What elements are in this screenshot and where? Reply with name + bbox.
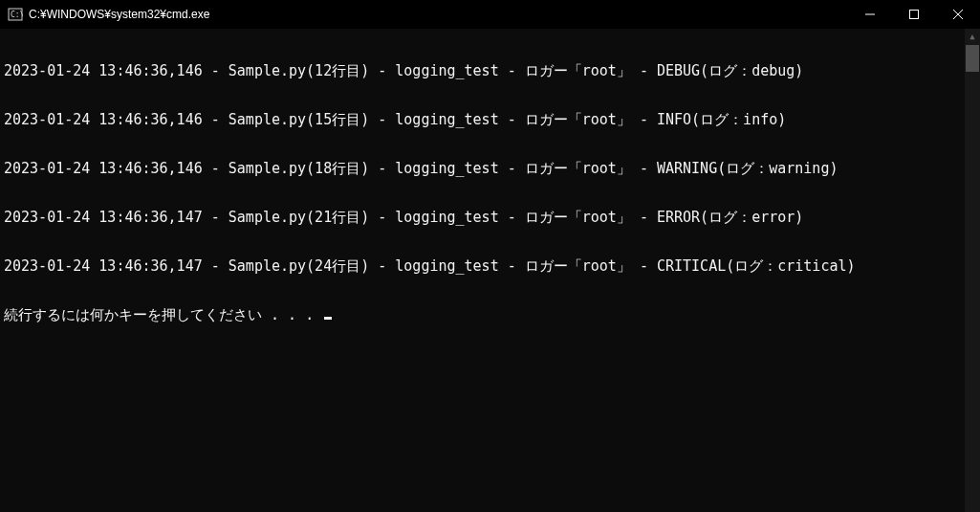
cursor: [324, 317, 332, 320]
vertical-scrollbar[interactable]: ▲: [965, 29, 980, 512]
svg-rect-3: [910, 11, 919, 19]
svg-text:C:\: C:\: [11, 11, 23, 19]
log-line: 2023-01-24 13:46:36,146 - Sample.py(18行目…: [4, 161, 961, 177]
scroll-thumb[interactable]: [966, 45, 979, 72]
terminal-output[interactable]: 2023-01-24 13:46:36,146 - Sample.py(12行目…: [0, 29, 965, 512]
window-title: C:¥WINDOWS¥system32¥cmd.exe: [29, 8, 209, 21]
log-line: 2023-01-24 13:46:36,146 - Sample.py(12行目…: [4, 63, 961, 79]
cmd-window: C:\ C:¥WINDOWS¥system32¥cmd.exe 2023-01-…: [0, 0, 980, 512]
maximize-button[interactable]: [892, 0, 936, 29]
minimize-button[interactable]: [848, 0, 892, 29]
scroll-up-arrow-icon[interactable]: ▲: [965, 29, 980, 45]
close-button[interactable]: [936, 0, 980, 29]
log-line: 2023-01-24 13:46:36,147 - Sample.py(21行目…: [4, 210, 961, 226]
prompt-line: 続行するには何かキーを押してください . . .: [4, 307, 961, 323]
client-area: 2023-01-24 13:46:36,146 - Sample.py(12行目…: [0, 29, 980, 512]
log-line: 2023-01-24 13:46:36,146 - Sample.py(15行目…: [4, 112, 961, 128]
titlebar[interactable]: C:\ C:¥WINDOWS¥system32¥cmd.exe: [0, 0, 980, 29]
log-line: 2023-01-24 13:46:36,147 - Sample.py(24行目…: [4, 258, 961, 275]
cmd-icon: C:\: [8, 7, 23, 22]
prompt-text: 続行するには何かキーを押してください . . .: [4, 307, 322, 323]
